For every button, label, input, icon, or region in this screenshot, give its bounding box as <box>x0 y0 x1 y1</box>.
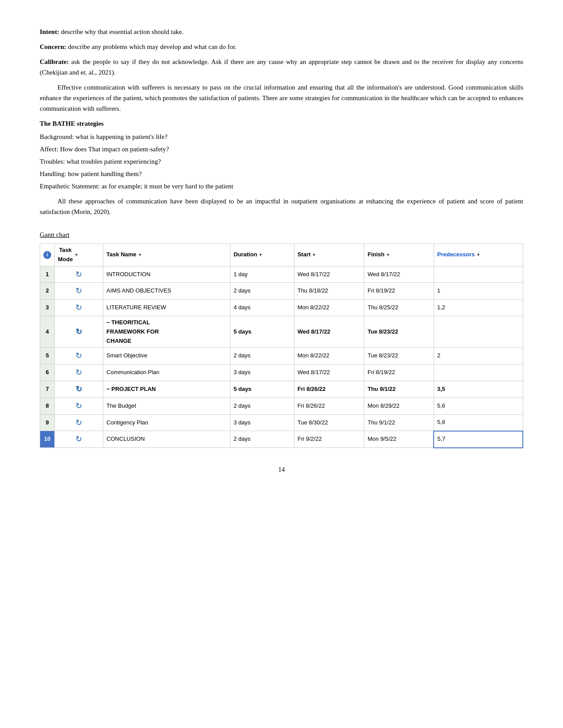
duration-cell: 1 day <box>230 266 294 283</box>
concern-text: describe any problems which may develop … <box>66 43 237 50</box>
task-name-cell: − THEORITICALFRAMEWORK FORCHANGE <box>103 316 230 347</box>
finish-cell: Tue 8/23/22 <box>364 348 434 364</box>
predecessors-cell: 5,7 <box>434 431 523 448</box>
task-name-text: AIMS AND OBJECTIVES <box>106 287 171 294</box>
th-task-name[interactable]: Task Name ▼ <box>103 244 230 266</box>
task-mode-cell: ↻ <box>55 300 103 316</box>
th-predecessors[interactable]: Predecessors ▼ <box>434 244 523 266</box>
duration-cell: 2 days <box>230 431 294 448</box>
task-mode-cell: ↻ <box>55 348 103 364</box>
duration-cell: 2 days <box>230 398 294 414</box>
start-cell: Mon 8/22/22 <box>294 300 364 316</box>
predecessors-cell <box>434 316 523 347</box>
sort-arrow-task-name[interactable]: ▼ <box>138 251 142 259</box>
duration-cell: 2 days <box>230 283 294 300</box>
th-start-label: Start <box>298 250 311 259</box>
bathe-list: Background: what is happening in patient… <box>40 131 523 191</box>
list-item: Empathetic Statement: as for example; it… <box>40 181 523 191</box>
row-number: 9 <box>40 414 55 431</box>
intent-label: Intent: <box>40 28 59 35</box>
th-duration-label: Duration <box>234 250 257 259</box>
bathe-heading: The BATHE strategies <box>40 118 523 129</box>
predecessors-cell: 1 <box>434 283 523 300</box>
task-mode-cell: ↻ <box>55 431 103 448</box>
task-name-text: The Budget <box>106 402 136 409</box>
table-row: 4↻− THEORITICALFRAMEWORK FORCHANGE5 days… <box>40 316 523 347</box>
sort-arrow-predecessors[interactable]: ▼ <box>476 251 480 259</box>
table-header-row: i TaskMode ▼ Task Name ▼ Durati <box>40 244 523 266</box>
table-row: 10↻CONCLUSION2 daysFri 9/2/22Mon 9/5/225… <box>40 431 523 448</box>
task-name-cell: Communication Plan <box>103 364 230 381</box>
calibrate-label: Calibrate: <box>40 58 69 65</box>
row-number: 6 <box>40 364 55 381</box>
task-name-text: CONCLUSION <box>106 435 145 442</box>
table-row: 6↻Communication Plan3 daysWed 8/17/22Fri… <box>40 364 523 381</box>
duration-cell: 3 days <box>230 414 294 431</box>
th-start[interactable]: Start ▼ <box>294 244 364 266</box>
th-finish[interactable]: Finish ▼ <box>364 244 434 266</box>
task-name-cell: The Budget <box>103 398 230 414</box>
task-mode-icon: ↻ <box>76 385 82 394</box>
info-icon[interactable]: i <box>43 251 51 259</box>
finish-cell: Mon 9/5/22 <box>364 431 434 448</box>
th-task-mode[interactable]: TaskMode ▼ <box>55 244 103 266</box>
row-number: 10 <box>40 431 55 448</box>
finish-cell: Fri 8/19/22 <box>364 283 434 300</box>
task-mode-cell: ↻ <box>55 414 103 431</box>
row-number: 2 <box>40 283 55 300</box>
task-mode-icon: ↻ <box>76 327 82 336</box>
row-number: 5 <box>40 348 55 364</box>
table-row: 9↻Contigency Plan3 daysTue 8/30/22Thu 9/… <box>40 414 523 431</box>
task-name-text: Smart Objective <box>106 352 147 359</box>
predecessors-cell: 5,8 <box>434 414 523 431</box>
predecessors-cell: 2 <box>434 348 523 364</box>
sort-arrow-duration[interactable]: ▼ <box>258 251 263 259</box>
task-mode-cell: ↻ <box>55 266 103 283</box>
task-mode-cell: ↻ <box>55 283 103 300</box>
task-mode-cell: ↻ <box>55 364 103 381</box>
task-mode-cell: ↻ <box>55 381 103 398</box>
duration-cell: 2 days <box>230 348 294 364</box>
task-mode-cell: ↻ <box>55 316 103 347</box>
table-row: 5↻Smart Objective2 daysMon 8/22/22Tue 8/… <box>40 348 523 364</box>
row-number: 4 <box>40 316 55 347</box>
row-number: 8 <box>40 398 55 414</box>
calibrate-paragraph: Calibrate: ask the people to say if they… <box>40 56 523 78</box>
task-mode-icon: ↻ <box>76 303 82 312</box>
page-number: 14 <box>40 466 523 473</box>
finish-cell: Wed 8/17/22 <box>364 266 434 283</box>
finish-cell: Mon 8/29/22 <box>364 398 434 414</box>
predecessors-cell <box>434 364 523 381</box>
sort-arrow-finish[interactable]: ▼ <box>386 251 390 259</box>
task-name-cell: AIMS AND OBJECTIVES <box>103 283 230 300</box>
gantt-table: i TaskMode ▼ Task Name ▼ Durati <box>40 244 523 448</box>
row-number: 7 <box>40 381 55 398</box>
task-mode-icon: ↻ <box>76 368 82 377</box>
sort-arrow-start[interactable]: ▼ <box>312 251 316 259</box>
duration-cell: 5 days <box>230 316 294 347</box>
th-predecessors-label: Predecessors <box>437 250 475 259</box>
task-mode-cell: ↻ <box>55 398 103 414</box>
start-cell: Mon 8/22/22 <box>294 348 364 364</box>
start-cell: Wed 8/17/22 <box>294 364 364 381</box>
paragraph-2: All these approaches of communication ha… <box>40 196 523 217</box>
task-mode-icon: ↻ <box>76 286 82 295</box>
start-cell: Tue 8/30/22 <box>294 414 364 431</box>
predecessors-cell <box>434 266 523 283</box>
intent-text: describe why that essential action shoul… <box>59 28 184 35</box>
calibrate-text: ask the people to say if they do not ack… <box>40 58 523 76</box>
duration-cell: 5 days <box>230 381 294 398</box>
duration-cell: 4 days <box>230 300 294 316</box>
task-name-text: LITERATURE REVIEW <box>106 304 166 311</box>
th-duration[interactable]: Duration ▼ <box>230 244 294 266</box>
predecessors-cell: 3,5 <box>434 381 523 398</box>
task-mode-icon: ↻ <box>76 435 82 443</box>
task-name-text: Contigency Plan <box>106 419 148 426</box>
predecessors-cell: 5,6 <box>434 398 523 414</box>
task-name-cell: Contigency Plan <box>103 414 230 431</box>
table-row: 2↻AIMS AND OBJECTIVES2 daysThu 8/18/22Fr… <box>40 283 523 300</box>
finish-cell: Thu 8/25/22 <box>364 300 434 316</box>
duration-cell: 3 days <box>230 364 294 381</box>
sort-arrow-task-mode[interactable]: ▼ <box>74 251 79 259</box>
task-name-cell: LITERATURE REVIEW <box>103 300 230 316</box>
